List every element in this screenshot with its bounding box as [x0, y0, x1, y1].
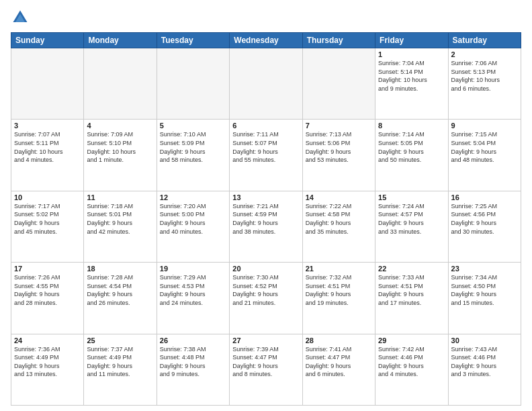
weekday-saturday: Saturday [448, 33, 521, 48]
empty-cell [11, 48, 84, 120]
day-info: Sunrise: 7:07 AM Sunset: 5:11 PM Dayligh… [14, 130, 81, 164]
day-info: Sunrise: 7:26 AM Sunset: 4:55 PM Dayligh… [14, 273, 81, 307]
day-number: 30 [451, 336, 518, 345]
day-cell-18: 18Sunrise: 7:28 AM Sunset: 4:54 PM Dayli… [84, 263, 157, 334]
day-info: Sunrise: 7:25 AM Sunset: 4:56 PM Dayligh… [451, 202, 518, 236]
day-cell-16: 16Sunrise: 7:25 AM Sunset: 4:56 PM Dayli… [448, 191, 521, 262]
day-cell-24: 24Sunrise: 7:36 AM Sunset: 4:49 PM Dayli… [11, 334, 84, 405]
day-cell-17: 17Sunrise: 7:26 AM Sunset: 4:55 PM Dayli… [11, 263, 84, 334]
day-number: 22 [378, 265, 445, 273]
day-cell-3: 3Sunrise: 7:07 AM Sunset: 5:11 PM Daylig… [11, 120, 84, 191]
day-info: Sunrise: 7:11 AM Sunset: 5:07 PM Dayligh… [232, 130, 299, 164]
day-cell-2: 2Sunrise: 7:06 AM Sunset: 5:13 PM Daylig… [448, 48, 521, 120]
day-info: Sunrise: 7:21 AM Sunset: 4:59 PM Dayligh… [232, 202, 299, 236]
day-cell-23: 23Sunrise: 7:34 AM Sunset: 4:50 PM Dayli… [448, 263, 521, 334]
day-cell-8: 8Sunrise: 7:14 AM Sunset: 5:05 PM Daylig… [375, 120, 448, 191]
day-cell-21: 21Sunrise: 7:32 AM Sunset: 4:51 PM Dayli… [302, 263, 375, 334]
day-number: 11 [87, 193, 153, 201]
day-info: Sunrise: 7:04 AM Sunset: 5:14 PM Dayligh… [378, 59, 445, 93]
day-info: Sunrise: 7:06 AM Sunset: 5:13 PM Dayligh… [451, 59, 518, 93]
day-info: Sunrise: 7:10 AM Sunset: 5:09 PM Dayligh… [160, 130, 226, 164]
page: SundayMondayTuesdayWednesdayThursdayFrid… [0, 0, 532, 411]
day-info: Sunrise: 7:29 AM Sunset: 4:53 PM Dayligh… [160, 273, 226, 307]
day-number: 27 [232, 336, 299, 345]
day-number: 7 [306, 122, 372, 130]
day-info: Sunrise: 7:33 AM Sunset: 4:51 PM Dayligh… [378, 273, 445, 307]
day-number: 6 [232, 122, 299, 130]
weekday-tuesday: Tuesday [157, 33, 229, 48]
header [11, 8, 521, 27]
day-cell-26: 26Sunrise: 7:38 AM Sunset: 4:48 PM Dayli… [157, 334, 229, 405]
day-info: Sunrise: 7:41 AM Sunset: 4:47 PM Dayligh… [306, 345, 372, 379]
day-number: 9 [451, 122, 518, 130]
day-cell-29: 29Sunrise: 7:42 AM Sunset: 4:46 PM Dayli… [375, 334, 448, 405]
day-number: 17 [14, 265, 81, 273]
logo [11, 8, 32, 27]
day-cell-25: 25Sunrise: 7:37 AM Sunset: 4:49 PM Dayli… [84, 334, 157, 405]
day-cell-22: 22Sunrise: 7:33 AM Sunset: 4:51 PM Dayli… [375, 263, 448, 334]
day-number: 21 [306, 265, 372, 273]
day-number: 29 [378, 336, 445, 345]
day-number: 23 [451, 265, 518, 273]
logo-icon [11, 8, 30, 27]
day-number: 25 [87, 336, 153, 345]
day-cell-11: 11Sunrise: 7:18 AM Sunset: 5:01 PM Dayli… [84, 191, 157, 262]
day-cell-13: 13Sunrise: 7:21 AM Sunset: 4:59 PM Dayli… [230, 191, 302, 262]
day-cell-9: 9Sunrise: 7:15 AM Sunset: 5:04 PM Daylig… [448, 120, 521, 191]
week-row-2: 3Sunrise: 7:07 AM Sunset: 5:11 PM Daylig… [11, 120, 521, 191]
day-cell-14: 14Sunrise: 7:22 AM Sunset: 4:58 PM Dayli… [302, 191, 375, 262]
day-number: 4 [87, 122, 153, 130]
day-cell-12: 12Sunrise: 7:20 AM Sunset: 5:00 PM Dayli… [157, 191, 229, 262]
day-number: 5 [160, 122, 226, 130]
day-info: Sunrise: 7:22 AM Sunset: 4:58 PM Dayligh… [306, 202, 372, 236]
day-number: 1 [378, 50, 445, 58]
day-info: Sunrise: 7:13 AM Sunset: 5:06 PM Dayligh… [306, 130, 372, 164]
day-info: Sunrise: 7:39 AM Sunset: 4:47 PM Dayligh… [232, 345, 299, 379]
weekday-wednesday: Wednesday [230, 33, 302, 48]
day-info: Sunrise: 7:37 AM Sunset: 4:49 PM Dayligh… [87, 345, 153, 379]
day-cell-30: 30Sunrise: 7:43 AM Sunset: 4:46 PM Dayli… [448, 334, 521, 405]
day-number: 20 [232, 265, 299, 273]
day-info: Sunrise: 7:09 AM Sunset: 5:10 PM Dayligh… [87, 130, 153, 164]
empty-cell [157, 48, 229, 120]
day-info: Sunrise: 7:42 AM Sunset: 4:46 PM Dayligh… [378, 345, 445, 379]
day-number: 10 [14, 193, 81, 201]
day-info: Sunrise: 7:43 AM Sunset: 4:46 PM Dayligh… [451, 345, 518, 379]
day-cell-10: 10Sunrise: 7:17 AM Sunset: 5:02 PM Dayli… [11, 191, 84, 262]
day-cell-7: 7Sunrise: 7:13 AM Sunset: 5:06 PM Daylig… [302, 120, 375, 191]
day-number: 12 [160, 193, 226, 201]
day-number: 13 [232, 193, 299, 201]
day-cell-15: 15Sunrise: 7:24 AM Sunset: 4:57 PM Dayli… [375, 191, 448, 262]
week-row-3: 10Sunrise: 7:17 AM Sunset: 5:02 PM Dayli… [11, 191, 521, 262]
weekday-header-row: SundayMondayTuesdayWednesdayThursdayFrid… [11, 33, 521, 48]
day-info: Sunrise: 7:18 AM Sunset: 5:01 PM Dayligh… [87, 202, 153, 236]
day-number: 19 [160, 265, 226, 273]
day-info: Sunrise: 7:30 AM Sunset: 4:52 PM Dayligh… [232, 273, 299, 307]
day-cell-27: 27Sunrise: 7:39 AM Sunset: 4:47 PM Dayli… [230, 334, 302, 405]
weekday-sunday: Sunday [11, 33, 84, 48]
day-cell-6: 6Sunrise: 7:11 AM Sunset: 5:07 PM Daylig… [230, 120, 302, 191]
day-info: Sunrise: 7:20 AM Sunset: 5:00 PM Dayligh… [160, 202, 226, 236]
day-number: 2 [451, 50, 518, 58]
day-number: 26 [160, 336, 226, 345]
day-cell-4: 4Sunrise: 7:09 AM Sunset: 5:10 PM Daylig… [84, 120, 157, 191]
day-number: 14 [306, 193, 372, 201]
week-row-1: 1Sunrise: 7:04 AM Sunset: 5:14 PM Daylig… [11, 48, 521, 120]
day-cell-19: 19Sunrise: 7:29 AM Sunset: 4:53 PM Dayli… [157, 263, 229, 334]
day-number: 18 [87, 265, 153, 273]
day-cell-28: 28Sunrise: 7:41 AM Sunset: 4:47 PM Dayli… [302, 334, 375, 405]
week-row-4: 17Sunrise: 7:26 AM Sunset: 4:55 PM Dayli… [11, 263, 521, 334]
day-info: Sunrise: 7:34 AM Sunset: 4:50 PM Dayligh… [451, 273, 518, 307]
weekday-monday: Monday [84, 33, 157, 48]
empty-cell [302, 48, 375, 120]
day-info: Sunrise: 7:28 AM Sunset: 4:54 PM Dayligh… [87, 273, 153, 307]
day-info: Sunrise: 7:32 AM Sunset: 4:51 PM Dayligh… [306, 273, 372, 307]
day-number: 28 [306, 336, 372, 345]
day-number: 8 [378, 122, 445, 130]
day-number: 15 [378, 193, 445, 201]
empty-cell [230, 48, 302, 120]
day-info: Sunrise: 7:38 AM Sunset: 4:48 PM Dayligh… [160, 345, 226, 379]
day-number: 3 [14, 122, 81, 130]
day-number: 16 [451, 193, 518, 201]
day-info: Sunrise: 7:14 AM Sunset: 5:05 PM Dayligh… [378, 130, 445, 164]
